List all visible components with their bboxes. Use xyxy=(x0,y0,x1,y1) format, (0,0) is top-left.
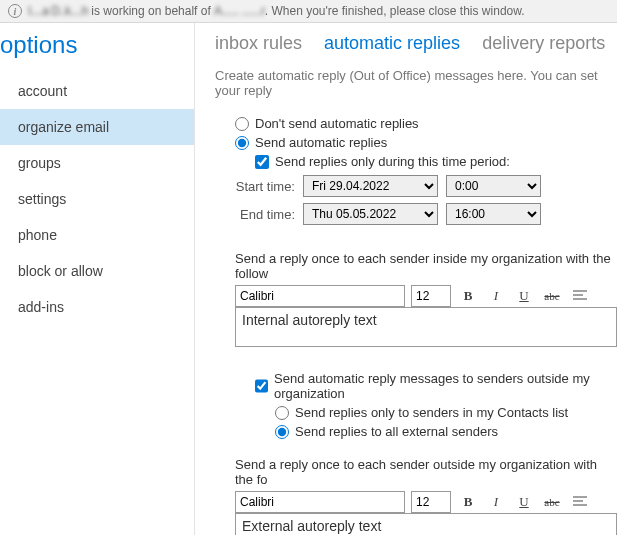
start-time-label: Start time: xyxy=(215,179,295,194)
internal-toolbar: B I U abc xyxy=(235,285,617,307)
tab-inbox-rules[interactable]: inbox rules xyxy=(215,33,302,54)
start-date-select[interactable]: Fri 29.04.2022 xyxy=(303,175,438,197)
radio-send-label: Send automatic replies xyxy=(255,135,387,150)
sidebar-item-account[interactable]: account xyxy=(0,73,194,109)
underline-icon[interactable]: U xyxy=(513,492,535,512)
align-icon[interactable] xyxy=(569,286,591,306)
checkbox-time-period[interactable] xyxy=(255,155,269,169)
sidebar-item-phone[interactable]: phone xyxy=(0,217,194,253)
main-panel: inbox rules automatic replies delivery r… xyxy=(195,23,617,535)
radio-dont-send-label: Don't send automatic replies xyxy=(255,116,419,131)
internal-fontsize-select[interactable] xyxy=(411,285,451,307)
radio-send[interactable] xyxy=(235,136,249,150)
radio-dont-send[interactable] xyxy=(235,117,249,131)
internal-intro: Send a reply once to each sender inside … xyxy=(235,251,617,281)
sidebar: options account organize email groups se… xyxy=(0,23,195,535)
tab-delivery-reports[interactable]: delivery reports xyxy=(482,33,605,54)
start-time-select[interactable]: 0:00 xyxy=(446,175,541,197)
sidebar-item-block-or-allow[interactable]: block or allow xyxy=(0,253,194,289)
sidebar-title: options xyxy=(0,23,194,73)
external-intro: Send a reply once to each sender outside… xyxy=(235,457,617,487)
external-font-select[interactable] xyxy=(235,491,405,513)
sidebar-item-groups[interactable]: groups xyxy=(0,145,194,181)
sidebar-item-organize-email[interactable]: organize email xyxy=(0,109,194,145)
checkbox-external[interactable] xyxy=(255,379,268,393)
strikethrough-icon[interactable]: abc xyxy=(541,286,563,306)
radio-external-contacts[interactable] xyxy=(275,406,289,420)
banner-text: I....a D..k....h is working on behalf of… xyxy=(28,4,525,18)
end-time-label: End time: xyxy=(215,207,295,222)
delegate-banner: i I....a D..k....h is working on behalf … xyxy=(0,0,617,23)
page-description: Create automatic reply (Out of Office) m… xyxy=(215,68,617,98)
radio-external-contacts-label: Send replies only to senders in my Conta… xyxy=(295,405,568,420)
end-time-select[interactable]: 16:00 xyxy=(446,203,541,225)
external-toolbar: B I U abc xyxy=(235,491,617,513)
info-icon: i xyxy=(8,4,22,18)
radio-external-all-label: Send replies to all external senders xyxy=(295,424,498,439)
internal-font-select[interactable] xyxy=(235,285,405,307)
end-date-select[interactable]: Thu 05.05.2022 xyxy=(303,203,438,225)
bold-icon[interactable]: B xyxy=(457,286,479,306)
align-icon[interactable] xyxy=(569,492,591,512)
checkbox-time-period-label: Send replies only during this time perio… xyxy=(275,154,510,169)
underline-icon[interactable]: U xyxy=(513,286,535,306)
italic-icon[interactable]: I xyxy=(485,286,507,306)
sidebar-item-settings[interactable]: settings xyxy=(0,181,194,217)
radio-external-all[interactable] xyxy=(275,425,289,439)
external-editor[interactable]: External autoreply text xyxy=(235,513,617,535)
strikethrough-icon[interactable]: abc xyxy=(541,492,563,512)
bold-icon[interactable]: B xyxy=(457,492,479,512)
tab-automatic-replies[interactable]: automatic replies xyxy=(324,33,460,54)
tab-bar: inbox rules automatic replies delivery r… xyxy=(215,33,617,54)
internal-editor[interactable]: Internal autoreply text xyxy=(235,307,617,347)
sidebar-item-add-ins[interactable]: add-ins xyxy=(0,289,194,325)
italic-icon[interactable]: I xyxy=(485,492,507,512)
external-fontsize-select[interactable] xyxy=(411,491,451,513)
checkbox-external-label: Send automatic reply messages to senders… xyxy=(274,371,617,401)
